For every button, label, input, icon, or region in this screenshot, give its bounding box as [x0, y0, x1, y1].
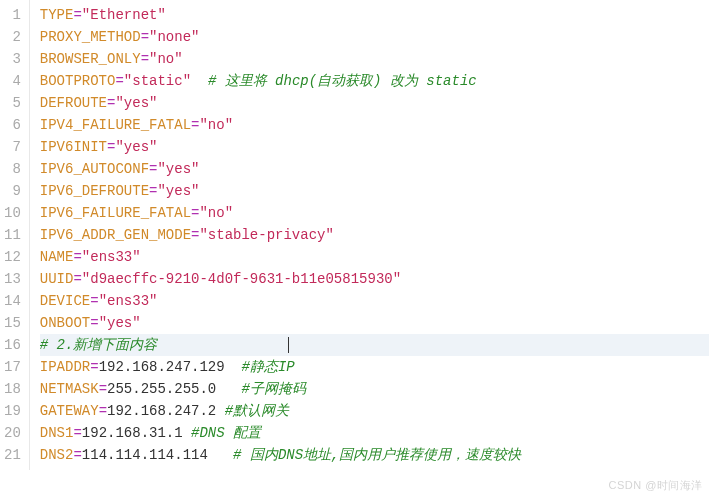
- token-op: =: [90, 293, 98, 309]
- token-kw: IPADDR: [40, 359, 90, 375]
- token-op: =: [115, 73, 123, 89]
- code-line: GATEWAY=192.168.247.2 #默认网关: [40, 400, 709, 422]
- line-number: 13: [4, 268, 21, 290]
- token-str: "ens33": [99, 293, 158, 309]
- code-line: NETMASK=255.255.255.0 #子网掩码: [40, 378, 709, 400]
- token-cmt: #DNS 配置: [191, 425, 261, 441]
- token-kw: DEVICE: [40, 293, 90, 309]
- line-number: 10: [4, 202, 21, 224]
- token-str: "yes": [99, 315, 141, 331]
- token-cmt: # 这里将 dhcp(自动获取) 改为 static: [208, 73, 477, 89]
- line-number: 2: [4, 26, 21, 48]
- line-number: 18: [4, 378, 21, 400]
- token-num: 255.255.255.0: [107, 381, 216, 397]
- token-kw: DNS1: [40, 425, 74, 441]
- token-op: =: [141, 29, 149, 45]
- token-str: "static": [124, 73, 191, 89]
- line-number: 6: [4, 114, 21, 136]
- token-kw: DNS2: [40, 447, 74, 463]
- token-str: "yes": [157, 183, 199, 199]
- token-kw: IPV6_DEFROUTE: [40, 183, 149, 199]
- code-line: DNS1=192.168.31.1 #DNS 配置: [40, 422, 709, 444]
- line-number: 7: [4, 136, 21, 158]
- code-line: DEVICE="ens33": [40, 290, 709, 312]
- code-line: BROWSER_ONLY="no": [40, 48, 709, 70]
- token-kw: BOOTPROTO: [40, 73, 116, 89]
- token-str: "d9aecffc-9210-4d0f-9631-b11e05815930": [82, 271, 401, 287]
- code-line: IPV4_FAILURE_FATAL="no": [40, 114, 709, 136]
- token-op: =: [73, 271, 81, 287]
- token-kw: IPV6_ADDR_GEN_MODE: [40, 227, 191, 243]
- token-op: =: [90, 315, 98, 331]
- token-kw: NETMASK: [40, 381, 99, 397]
- token-op: =: [141, 51, 149, 67]
- line-number: 1: [4, 4, 21, 26]
- token-str: "stable-privacy": [199, 227, 333, 243]
- line-number: 16: [4, 334, 21, 356]
- token-str: "yes": [115, 139, 157, 155]
- code-line: IPV6_ADDR_GEN_MODE="stable-privacy": [40, 224, 709, 246]
- token-num: 192.168.247.129: [99, 359, 225, 375]
- token-kw: GATEWAY: [40, 403, 99, 419]
- line-number: 11: [4, 224, 21, 246]
- token-op: =: [99, 403, 107, 419]
- line-number: 19: [4, 400, 21, 422]
- token-kw: IPV6INIT: [40, 139, 107, 155]
- line-number: 8: [4, 158, 21, 180]
- code-line: NAME="ens33": [40, 246, 709, 268]
- code-line: IPV6_DEFROUTE="yes": [40, 180, 709, 202]
- token-op: =: [99, 381, 107, 397]
- token-kw: PROXY_METHOD: [40, 29, 141, 45]
- token-plain: [208, 447, 233, 463]
- token-plain: [225, 359, 242, 375]
- token-op: =: [73, 249, 81, 265]
- token-cmt: #默认网关: [225, 403, 289, 419]
- token-plain: [183, 425, 191, 441]
- token-kw: UUID: [40, 271, 74, 287]
- line-number: 5: [4, 92, 21, 114]
- token-num: 114.114.114.114: [82, 447, 208, 463]
- token-num: 192.168.31.1: [82, 425, 183, 441]
- token-op: =: [73, 7, 81, 23]
- token-op: =: [90, 359, 98, 375]
- token-str: "none": [149, 29, 199, 45]
- code-line: TYPE="Ethernet": [40, 4, 709, 26]
- token-plain: [191, 73, 208, 89]
- token-op: =: [73, 425, 81, 441]
- token-plain: [216, 403, 224, 419]
- code-line: IPV6_FAILURE_FATAL="no": [40, 202, 709, 224]
- code-line: BOOTPROTO="static" # 这里将 dhcp(自动获取) 改为 s…: [40, 70, 709, 92]
- token-cmt: #静态IP: [241, 359, 294, 375]
- token-str: "no": [199, 205, 233, 221]
- token-kw: TYPE: [40, 7, 74, 23]
- token-op: =: [73, 447, 81, 463]
- token-kw: IPV6_AUTOCONF: [40, 161, 149, 177]
- code-line: DNS2=114.114.114.114 # 国内DNS地址,国内用户推荐使用，…: [40, 444, 709, 466]
- line-number: 3: [4, 48, 21, 70]
- code-line: DEFROUTE="yes": [40, 92, 709, 114]
- token-plain: [216, 381, 241, 397]
- token-cmt: #子网掩码: [241, 381, 305, 397]
- line-number: 21: [4, 444, 21, 466]
- token-str: "no": [149, 51, 183, 67]
- code-line: IPV6_AUTOCONF="yes": [40, 158, 709, 180]
- line-number: 9: [4, 180, 21, 202]
- code-line: PROXY_METHOD="none": [40, 26, 709, 48]
- line-number: 4: [4, 70, 21, 92]
- token-str: "no": [199, 117, 233, 133]
- token-kw: DEFROUTE: [40, 95, 107, 111]
- token-str: "ens33": [82, 249, 141, 265]
- token-kw: ONBOOT: [40, 315, 90, 331]
- token-cmt: # 2.新增下面内容: [40, 337, 158, 353]
- line-number: 12: [4, 246, 21, 268]
- line-number-gutter: 123456789101112131415161718192021: [0, 0, 30, 470]
- code-line: UUID="d9aecffc-9210-4d0f-9631-b11e058159…: [40, 268, 709, 290]
- code-area: TYPE="Ethernet"PROXY_METHOD="none"BROWSE…: [30, 0, 709, 470]
- token-kw: IPV6_FAILURE_FATAL: [40, 205, 191, 221]
- token-str: "Ethernet": [82, 7, 166, 23]
- token-str: "yes": [157, 161, 199, 177]
- code-line: IPV6INIT="yes": [40, 136, 709, 158]
- token-str: "yes": [115, 95, 157, 111]
- line-number: 20: [4, 422, 21, 444]
- line-number: 15: [4, 312, 21, 334]
